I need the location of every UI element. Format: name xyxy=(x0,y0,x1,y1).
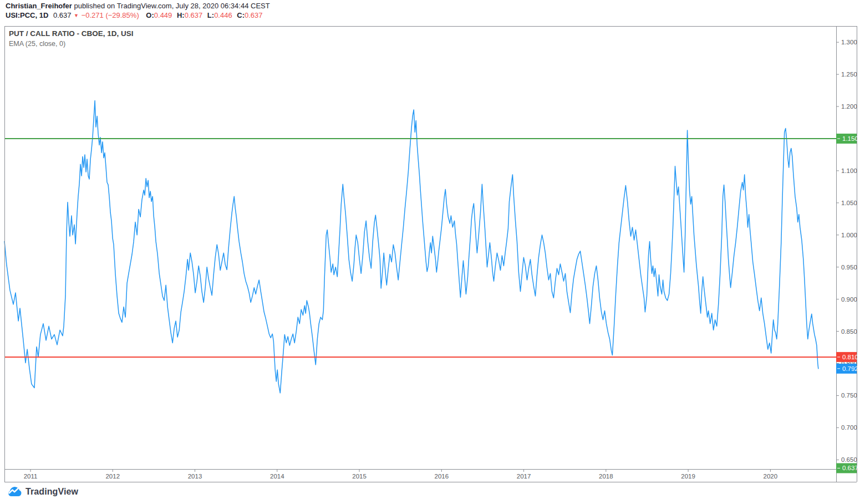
tradingview-logo-icon xyxy=(7,486,22,497)
chart-canvas: 1.3001.2501.2001.1001.0501.0000.9500.900… xyxy=(0,0,865,504)
x-axis-label: 2016 xyxy=(435,473,449,480)
y-axis-label: 0.700 xyxy=(841,424,857,431)
price-badge-label: 0.637 xyxy=(842,465,858,471)
tradingview-logo-text: TradingView xyxy=(26,487,78,497)
chart-title: PUT / CALL RATIO - CBOE, 1D, USI xyxy=(9,29,134,38)
x-axis-label: 2017 xyxy=(517,473,531,480)
chart-legend: PUT / CALL RATIO - CBOE, 1D, USI EMA (25… xyxy=(9,29,134,49)
tradingview-snapshot: Christian_Freihofer published on Trading… xyxy=(0,0,865,504)
indicator-label: EMA (25, close, 0) xyxy=(9,39,134,49)
y-axis-label: 0.750 xyxy=(841,392,857,399)
tradingview-logo: TradingView xyxy=(7,486,78,497)
x-axis-label: 2019 xyxy=(681,473,695,480)
x-axis-label: 2013 xyxy=(188,473,202,480)
y-axis-label: 0.650 xyxy=(841,456,857,463)
x-axis-label: 2020 xyxy=(764,473,778,480)
price-badge-label: 0.810 xyxy=(842,354,858,360)
y-axis-label: 1.250 xyxy=(841,71,857,78)
price-badge-label: 1.150 xyxy=(842,135,858,142)
y-axis-label: 1.100 xyxy=(841,167,857,174)
y-axis-label: 1.000 xyxy=(841,232,857,238)
y-axis-label: 1.300 xyxy=(841,39,857,45)
y-axis-label: 1.200 xyxy=(841,103,857,110)
x-axis-label: 2011 xyxy=(24,473,38,480)
x-axis-label: 2014 xyxy=(270,473,284,480)
x-axis-label: 2012 xyxy=(105,473,120,480)
x-axis-label: 2018 xyxy=(599,473,613,480)
price-line xyxy=(4,101,818,393)
y-axis-label: 0.900 xyxy=(841,296,857,303)
y-axis-label: 0.850 xyxy=(841,328,857,335)
x-axis-label: 2015 xyxy=(352,473,367,480)
y-axis-label: 0.950 xyxy=(841,264,857,271)
y-axis-label: 1.050 xyxy=(841,200,857,206)
price-badge-label: 0.792 xyxy=(842,365,858,372)
